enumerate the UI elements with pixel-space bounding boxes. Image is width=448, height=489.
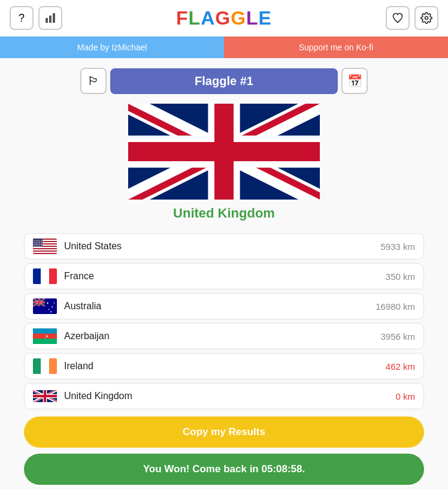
guess-flag-au: ✦ ✦ ✦ ✦ ✦: [33, 298, 57, 314]
svg-rect-32: [33, 358, 41, 374]
flag-az: ☽ ✦: [33, 328, 57, 344]
flag-icon-button[interactable]: 🏳: [80, 68, 107, 94]
svg-rect-17: [41, 268, 49, 284]
svg-rect-1: [49, 16, 52, 23]
guess-country-name: Ireland: [64, 361, 386, 372]
svg-rect-18: [49, 268, 57, 284]
svg-text:✦: ✦: [46, 334, 49, 338]
target-country-label: United Kingdom: [173, 206, 275, 221]
table-row: ★★★★★★ ★★★★★ ★★★★★★ ★★★★★ United States …: [24, 233, 424, 259]
header-right-buttons: [386, 6, 438, 30]
svg-text:✦: ✦: [51, 305, 53, 309]
svg-text:★★★★★: ★★★★★: [34, 245, 43, 247]
flag-ie: [33, 358, 57, 374]
guess-distance: 350 km: [386, 271, 415, 282]
guess-flag-us: ★★★★★★ ★★★★★ ★★★★★★ ★★★★★: [33, 239, 57, 254]
table-row: ✦ ✦ ✦ ✦ ✦ Australia 16980 km: [24, 293, 424, 319]
stats-button[interactable]: [38, 6, 62, 30]
guess-flag-az: ☽ ✦: [33, 328, 57, 344]
flag-display-area: United Kingdom: [0, 104, 448, 221]
svg-rect-16: [33, 268, 41, 284]
svg-rect-29: [33, 339, 57, 344]
target-flag-image: [128, 104, 320, 200]
guess-flag-fr: [33, 268, 57, 284]
guess-flag-ie: [33, 358, 57, 374]
flag-au: ✦ ✦ ✦ ✦ ✦: [33, 298, 57, 314]
calendar-icon-button[interactable]: 📅: [341, 68, 368, 94]
heart-button[interactable]: [386, 6, 410, 30]
gear-icon: [420, 12, 432, 24]
settings-button[interactable]: [414, 6, 438, 30]
flag-uk: [33, 388, 57, 404]
svg-rect-34: [49, 358, 57, 374]
guess-flag-uk: [33, 388, 57, 404]
svg-point-3: [425, 17, 428, 20]
svg-text:✦: ✦: [46, 301, 49, 305]
help-button[interactable]: ?: [10, 6, 34, 30]
flag-fr: [33, 268, 57, 284]
svg-rect-33: [41, 358, 49, 374]
guess-distance: 3956 km: [380, 331, 415, 342]
guess-distance: 16980 km: [376, 301, 415, 312]
top-links-bar: Made by IzMichael Support me on Ko-fi: [0, 37, 448, 58]
app-header: ? FLAGGLE: [0, 0, 448, 37]
flaggle-tab-row: 🏳 Flaggle #1 📅: [80, 68, 368, 94]
app-title: FLAGGLE: [176, 7, 272, 29]
results-list: ★★★★★★ ★★★★★ ★★★★★★ ★★★★★ United States …: [0, 233, 448, 409]
header-left-buttons: ?: [10, 6, 62, 30]
table-row: France 350 km: [24, 263, 424, 289]
guess-country-name: United States: [64, 241, 380, 252]
svg-rect-27: [33, 328, 57, 334]
guess-country-name: Azerbaijan: [64, 331, 380, 342]
guess-country-name: France: [64, 271, 386, 282]
svg-rect-0: [46, 18, 48, 23]
action-buttons-area: Copy my Results You Won! Come back in 05…: [0, 416, 448, 489]
copy-results-button[interactable]: Copy my Results: [24, 416, 424, 448]
svg-text:✦: ✦: [50, 310, 52, 313]
guess-distance: 5933 km: [380, 242, 415, 252]
svg-rect-9: [33, 249, 57, 250]
flag-us: ★★★★★★ ★★★★★ ★★★★★★ ★★★★★: [33, 239, 57, 254]
table-row: United Kingdom 0 km: [24, 383, 424, 409]
table-row: Ireland 462 km: [24, 353, 424, 379]
guess-country-name: Australia: [64, 301, 376, 312]
stats-icon: [44, 12, 56, 24]
guess-distance: 0 km: [395, 391, 415, 402]
svg-rect-2: [53, 13, 55, 23]
table-row: ☽ ✦ Azerbaijan 3956 km: [24, 323, 424, 349]
you-won-button: You Won! Come back in 05:08:58.: [24, 454, 424, 485]
flaggle-tab-label: Flaggle #1: [110, 68, 338, 94]
made-by-link[interactable]: Made by IzMichael: [0, 37, 224, 58]
svg-rect-10: [33, 252, 57, 253]
guess-distance: 462 km: [386, 361, 415, 372]
guess-country-name: United Kingdom: [64, 391, 395, 402]
support-link[interactable]: Support me on Ko-fi: [224, 37, 448, 58]
heart-icon: [392, 12, 404, 24]
